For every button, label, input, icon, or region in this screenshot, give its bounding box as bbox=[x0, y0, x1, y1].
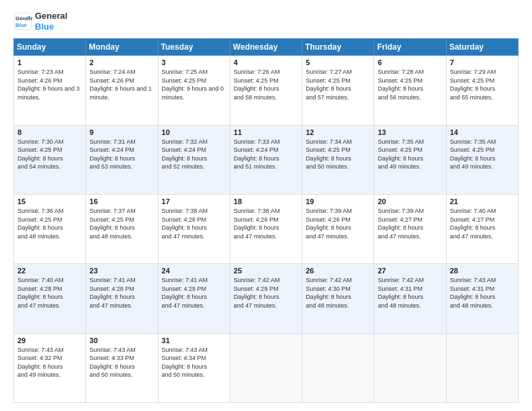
day-number: 30 bbox=[89, 336, 154, 345]
calendar-header-sunday: Sunday bbox=[14, 39, 86, 56]
calendar-header-monday: Monday bbox=[86, 39, 158, 56]
calendar-cell: 21 Sunrise: 7:40 AMSunset: 4:27 PMDaylig… bbox=[446, 194, 518, 263]
calendar-header-saturday: Saturday bbox=[446, 39, 518, 56]
day-number: 26 bbox=[306, 267, 370, 275]
day-number: 10 bbox=[162, 128, 226, 136]
day-number: 27 bbox=[378, 267, 442, 275]
calendar-cell: 18 Sunrise: 7:38 AMSunset: 4:26 PMDaylig… bbox=[230, 194, 302, 263]
calendar-week-4: 22 Sunrise: 7:40 AMSunset: 4:28 PMDaylig… bbox=[14, 264, 519, 333]
day-number: 31 bbox=[162, 336, 226, 345]
calendar-cell: 31 Sunrise: 7:43 AMSunset: 4:34 PMDaylig… bbox=[158, 333, 230, 402]
day-info: Sunrise: 7:38 AMSunset: 4:26 PMDaylight:… bbox=[162, 208, 208, 240]
calendar-cell: 22 Sunrise: 7:40 AMSunset: 4:28 PMDaylig… bbox=[14, 264, 86, 333]
day-info: Sunrise: 7:39 AMSunset: 4:26 PMDaylight:… bbox=[306, 208, 352, 240]
calendar-week-5: 29 Sunrise: 7:43 AMSunset: 4:32 PMDaylig… bbox=[14, 333, 519, 402]
day-info: Sunrise: 7:40 AMSunset: 4:27 PMDaylight:… bbox=[450, 208, 496, 240]
calendar-cell: 3 Sunrise: 7:25 AMSunset: 4:25 PMDayligh… bbox=[158, 56, 230, 125]
calendar-week-2: 8 Sunrise: 7:30 AMSunset: 4:25 PMDayligh… bbox=[14, 125, 519, 194]
calendar-cell: 27 Sunrise: 7:42 AMSunset: 4:31 PMDaylig… bbox=[374, 264, 446, 333]
calendar-cell: 29 Sunrise: 7:43 AMSunset: 4:32 PMDaylig… bbox=[14, 333, 86, 402]
day-info: Sunrise: 7:39 AMSunset: 4:27 PMDaylight:… bbox=[378, 208, 424, 240]
calendar-cell: 14 Sunrise: 7:35 AMSunset: 4:25 PMDaylig… bbox=[446, 125, 518, 194]
calendar-cell: 23 Sunrise: 7:41 AMSunset: 4:28 PMDaylig… bbox=[86, 264, 158, 333]
calendar-header-row: SundayMondayTuesdayWednesdayThursdayFrid… bbox=[14, 39, 519, 56]
day-number: 5 bbox=[306, 58, 370, 66]
calendar-cell: 1 Sunrise: 7:23 AMSunset: 4:26 PMDayligh… bbox=[14, 56, 86, 125]
day-info: Sunrise: 7:27 AMSunset: 4:25 PMDaylight:… bbox=[306, 68, 352, 101]
calendar-cell: 25 Sunrise: 7:42 AMSunset: 4:29 PMDaylig… bbox=[230, 264, 302, 333]
day-info: Sunrise: 7:26 AMSunset: 4:25 PMDaylight:… bbox=[234, 68, 280, 101]
day-info: Sunrise: 7:42 AMSunset: 4:30 PMDaylight:… bbox=[306, 277, 352, 309]
calendar-cell: 2 Sunrise: 7:24 AMSunset: 4:26 PMDayligh… bbox=[86, 56, 158, 125]
day-info: Sunrise: 7:42 AMSunset: 4:31 PMDaylight:… bbox=[378, 277, 424, 309]
day-number: 17 bbox=[162, 197, 226, 205]
day-info: Sunrise: 7:43 AMSunset: 4:32 PMDaylight:… bbox=[17, 347, 64, 379]
day-number: 13 bbox=[378, 128, 442, 136]
day-info: Sunrise: 7:43 AMSunset: 4:33 PMDaylight:… bbox=[89, 347, 136, 379]
day-number: 11 bbox=[234, 128, 298, 136]
day-number: 15 bbox=[17, 197, 82, 205]
day-number: 7 bbox=[450, 58, 515, 66]
day-number: 8 bbox=[17, 128, 82, 136]
calendar-header-thursday: Thursday bbox=[302, 39, 374, 56]
svg-text:Blue: Blue bbox=[15, 21, 28, 28]
calendar-week-1: 1 Sunrise: 7:23 AMSunset: 4:26 PMDayligh… bbox=[14, 56, 519, 125]
calendar-cell bbox=[446, 333, 518, 402]
day-number: 24 bbox=[162, 267, 226, 275]
day-info: Sunrise: 7:28 AMSunset: 4:25 PMDaylight:… bbox=[378, 68, 424, 101]
day-number: 12 bbox=[306, 128, 370, 136]
day-info: Sunrise: 7:35 AMSunset: 4:25 PMDaylight:… bbox=[378, 138, 424, 171]
day-info: Sunrise: 7:38 AMSunset: 4:26 PMDaylight:… bbox=[234, 208, 280, 240]
day-number: 28 bbox=[450, 267, 515, 275]
day-info: Sunrise: 7:32 AMSunset: 4:24 PMDaylight:… bbox=[162, 138, 208, 171]
day-number: 1 bbox=[17, 58, 82, 66]
day-info: Sunrise: 7:41 AMSunset: 4:29 PMDaylight:… bbox=[162, 277, 208, 309]
day-info: Sunrise: 7:42 AMSunset: 4:29 PMDaylight:… bbox=[234, 277, 280, 309]
day-number: 25 bbox=[234, 267, 298, 275]
day-number: 22 bbox=[17, 267, 82, 275]
day-number: 3 bbox=[162, 58, 226, 66]
calendar-cell bbox=[302, 333, 374, 402]
calendar-cell bbox=[374, 333, 446, 402]
day-number: 2 bbox=[89, 58, 154, 66]
day-number: 14 bbox=[450, 128, 515, 136]
day-info: Sunrise: 7:43 AMSunset: 4:31 PMDaylight:… bbox=[450, 277, 496, 309]
calendar-cell: 20 Sunrise: 7:39 AMSunset: 4:27 PMDaylig… bbox=[374, 194, 446, 263]
day-info: Sunrise: 7:37 AMSunset: 4:25 PMDaylight:… bbox=[89, 208, 136, 240]
day-number: 29 bbox=[17, 336, 82, 345]
calendar: SundayMondayTuesdayWednesdayThursdayFrid… bbox=[13, 38, 519, 403]
day-info: Sunrise: 7:40 AMSunset: 4:28 PMDaylight:… bbox=[17, 277, 64, 309]
day-info: Sunrise: 7:35 AMSunset: 4:25 PMDaylight:… bbox=[450, 138, 496, 171]
day-info: Sunrise: 7:29 AMSunset: 4:25 PMDaylight:… bbox=[450, 68, 496, 101]
calendar-cell: 9 Sunrise: 7:31 AMSunset: 4:24 PMDayligh… bbox=[86, 125, 158, 194]
day-info: Sunrise: 7:31 AMSunset: 4:24 PMDaylight:… bbox=[89, 138, 136, 171]
logo-text: General Blue bbox=[35, 11, 67, 32]
calendar-cell: 16 Sunrise: 7:37 AMSunset: 4:25 PMDaylig… bbox=[86, 194, 158, 263]
day-number: 20 bbox=[378, 197, 442, 205]
calendar-cell: 12 Sunrise: 7:34 AMSunset: 4:25 PMDaylig… bbox=[302, 125, 374, 194]
calendar-cell: 4 Sunrise: 7:26 AMSunset: 4:25 PMDayligh… bbox=[230, 56, 302, 125]
calendar-header-wednesday: Wednesday bbox=[230, 39, 302, 56]
day-info: Sunrise: 7:24 AMSunset: 4:26 PMDaylight:… bbox=[89, 68, 152, 101]
calendar-cell: 17 Sunrise: 7:38 AMSunset: 4:26 PMDaylig… bbox=[158, 194, 230, 263]
logo-icon: General Blue bbox=[13, 12, 32, 31]
calendar-header-friday: Friday bbox=[374, 39, 446, 56]
calendar-cell: 5 Sunrise: 7:27 AMSunset: 4:25 PMDayligh… bbox=[302, 56, 374, 125]
logo: General Blue General Blue bbox=[13, 11, 67, 32]
calendar-cell bbox=[230, 333, 302, 402]
day-info: Sunrise: 7:41 AMSunset: 4:28 PMDaylight:… bbox=[89, 277, 136, 309]
calendar-cell: 19 Sunrise: 7:39 AMSunset: 4:26 PMDaylig… bbox=[302, 194, 374, 263]
calendar-cell: 13 Sunrise: 7:35 AMSunset: 4:25 PMDaylig… bbox=[374, 125, 446, 194]
day-number: 18 bbox=[234, 197, 298, 205]
page: General Blue General Blue SundayMondayTu… bbox=[0, 0, 532, 411]
calendar-cell: 15 Sunrise: 7:36 AMSunset: 4:25 PMDaylig… bbox=[14, 194, 86, 263]
day-info: Sunrise: 7:23 AMSunset: 4:26 PMDaylight:… bbox=[17, 68, 80, 101]
day-info: Sunrise: 7:33 AMSunset: 4:24 PMDaylight:… bbox=[234, 138, 280, 171]
calendar-cell: 30 Sunrise: 7:43 AMSunset: 4:33 PMDaylig… bbox=[86, 333, 158, 402]
calendar-week-3: 15 Sunrise: 7:36 AMSunset: 4:25 PMDaylig… bbox=[14, 194, 519, 263]
calendar-cell: 11 Sunrise: 7:33 AMSunset: 4:24 PMDaylig… bbox=[230, 125, 302, 194]
calendar-cell: 28 Sunrise: 7:43 AMSunset: 4:31 PMDaylig… bbox=[446, 264, 518, 333]
calendar-cell: 6 Sunrise: 7:28 AMSunset: 4:25 PMDayligh… bbox=[374, 56, 446, 125]
calendar-cell: 7 Sunrise: 7:29 AMSunset: 4:25 PMDayligh… bbox=[446, 56, 518, 125]
day-info: Sunrise: 7:25 AMSunset: 4:25 PMDaylight:… bbox=[162, 68, 224, 101]
